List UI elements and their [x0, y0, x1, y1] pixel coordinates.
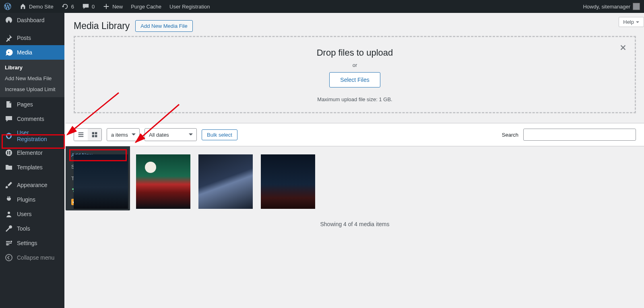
menu-settings[interactable]: Settings — [0, 236, 64, 250]
menu-elementor[interactable]: Elementor — [0, 146, 64, 160]
menu-dashboard[interactable]: Dashboard — [0, 13, 64, 27]
folder-icon — [5, 163, 13, 171]
svg-rect-2 — [9, 151, 10, 152]
comments-bubble[interactable]: 0 — [78, 0, 99, 13]
dropzone-or: or — [75, 62, 635, 68]
comments-count: 0 — [92, 4, 95, 10]
howdy-label: Howdy, sitemanager — [583, 4, 630, 10]
menu-templates[interactable]: Templates — [0, 160, 64, 175]
site-name[interactable]: Demo Site — [15, 0, 58, 13]
menu-comments[interactable]: Comments — [0, 112, 64, 126]
admin-sidebar: Dashboard Posts Media Library Add New Me… — [0, 13, 64, 308]
wp-logo[interactable] — [0, 0, 15, 13]
updates[interactable]: 6 — [58, 0, 78, 13]
filter-media-type[interactable]: a items — [107, 128, 140, 141]
svg-point-6 — [10, 241, 12, 242]
svg-point-7 — [6, 244, 8, 246]
bulk-select-button[interactable]: Bulk select — [202, 129, 237, 140]
close-dropzone-button[interactable] — [617, 43, 629, 54]
menu-tools[interactable]: Tools — [0, 221, 64, 236]
media-icon — [5, 48, 13, 56]
elementor-icon — [5, 149, 13, 157]
menu-posts[interactable]: Posts — [0, 31, 64, 45]
collapse-icon — [5, 254, 13, 262]
adminbar-user-registration[interactable]: User Registration — [165, 0, 214, 13]
help-tab[interactable]: Help — [619, 17, 644, 27]
site-name-label: Demo Site — [29, 4, 54, 10]
select-files-button[interactable]: Select Files — [329, 72, 380, 87]
user-icon — [5, 210, 13, 218]
media-grid — [66, 146, 644, 217]
svg-rect-1 — [7, 151, 8, 154]
submenu-library[interactable]: Library — [0, 62, 64, 73]
svg-rect-15 — [95, 135, 97, 137]
grid-icon — [91, 131, 98, 138]
comments-icon — [5, 115, 13, 123]
menu-media[interactable]: Media — [0, 45, 64, 60]
chevron-down-icon — [636, 20, 640, 24]
svg-point-5 — [8, 212, 10, 214]
brush-icon — [5, 181, 13, 189]
submenu-add-media[interactable]: Add New Media File — [0, 73, 64, 84]
dashboard-icon — [5, 16, 13, 24]
collapse-menu[interactable]: Collapse menu — [0, 250, 64, 265]
purge-cache[interactable]: Purge Cache — [127, 0, 165, 13]
search-input[interactable] — [523, 129, 636, 141]
pin-icon — [5, 34, 13, 42]
wordpress-icon — [4, 3, 11, 10]
page-title: Media Library — [74, 21, 130, 31]
refresh-icon — [62, 3, 69, 10]
media-item[interactable] — [261, 154, 315, 209]
menu-users[interactable]: Users — [0, 207, 64, 221]
submenu-media: Library Add New Media File Increase Uplo… — [0, 60, 64, 97]
menu-appearance[interactable]: Appearance — [0, 178, 64, 192]
view-grid-button[interactable] — [88, 129, 101, 141]
svg-rect-12 — [92, 132, 94, 134]
item-count: Showing 4 of 4 media items — [66, 217, 644, 239]
plug-icon — [5, 196, 13, 204]
menu-pages[interactable]: Pages — [0, 97, 64, 112]
user-registration-icon — [5, 132, 13, 140]
search-label: Search — [502, 132, 518, 138]
comment-icon — [82, 3, 89, 10]
list-icon — [77, 131, 85, 138]
dropzone-title: Drop files to upload — [75, 48, 635, 58]
wrench-icon — [5, 225, 13, 233]
media-item[interactable] — [136, 154, 190, 209]
new-content[interactable]: New — [99, 0, 127, 13]
upload-dropzone[interactable]: Drop files to upload or Select Files Max… — [74, 36, 636, 113]
sliders-icon — [5, 239, 13, 247]
media-item[interactable] — [74, 154, 128, 209]
dropzone-max: Maximum upload file size: 1 GB. — [75, 96, 635, 102]
new-label: New — [112, 4, 123, 10]
content-area: Help Media Library Add New Media File Dr… — [66, 13, 644, 308]
my-account[interactable]: Howdy, sitemanager — [579, 0, 644, 13]
filter-bar: a items All dates Bulk select Search — [66, 123, 644, 146]
svg-rect-13 — [95, 132, 97, 134]
view-toggle — [74, 128, 102, 141]
close-icon — [619, 44, 627, 51]
menu-user-registration[interactable]: User Registration — [0, 126, 64, 146]
add-new-media-button[interactable]: Add New Media File — [135, 20, 192, 32]
svg-point-8 — [6, 254, 12, 261]
updates-count: 6 — [71, 4, 74, 10]
plus-icon — [103, 3, 110, 10]
view-list-button[interactable] — [74, 129, 88, 141]
media-item[interactable] — [198, 154, 253, 209]
submenu-upload-limit[interactable]: Increase Upload Limit — [0, 84, 64, 95]
svg-rect-14 — [92, 135, 94, 137]
filter-dates[interactable]: All dates — [144, 128, 197, 141]
page-icon — [5, 100, 13, 108]
svg-rect-4 — [9, 154, 10, 154]
svg-rect-3 — [9, 152, 10, 153]
menu-plugins[interactable]: Plugins — [0, 192, 64, 207]
avatar-icon — [633, 3, 640, 10]
admin-bar: Demo Site 6 0 New Purge Cache User Regis… — [0, 0, 644, 13]
home-icon — [19, 3, 27, 10]
